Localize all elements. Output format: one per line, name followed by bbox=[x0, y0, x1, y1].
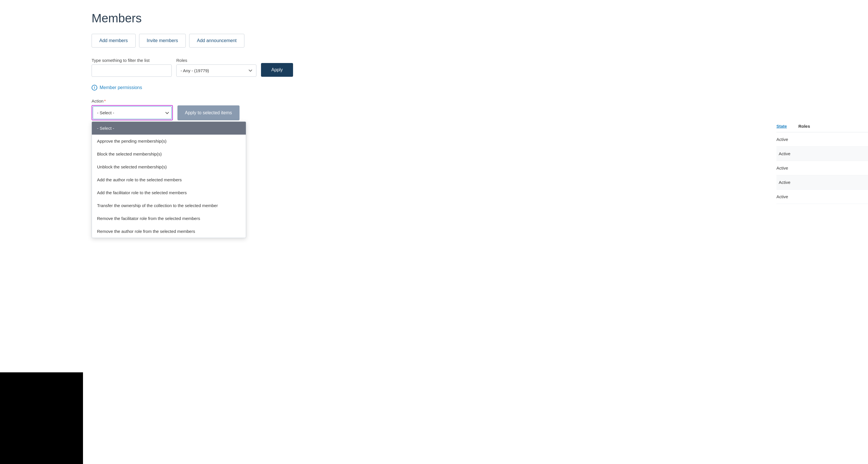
roles-select[interactable]: - Any - (19779) bbox=[176, 64, 256, 77]
members-table-area: State Roles Active Active Active Active … bbox=[776, 120, 868, 204]
member-permissions-row[interactable]: i Member permissions bbox=[92, 85, 868, 90]
page-title: Members bbox=[92, 11, 868, 25]
apply-button[interactable]: Apply bbox=[261, 63, 293, 77]
dropdown-item-remove-facilitator[interactable]: Remove the facilitator role from the sel… bbox=[92, 212, 246, 225]
table-row: Active bbox=[776, 161, 868, 175]
action-section: Action* - Select - Approve the pending m… bbox=[92, 98, 868, 120]
dropdown-item-remove-author[interactable]: Remove the author role from the selected… bbox=[92, 225, 246, 238]
dropdown-item-add-author[interactable]: Add the author role to the selected memb… bbox=[92, 173, 246, 186]
dropdown-item-unblock[interactable]: Unblock the selected membership(s) bbox=[92, 161, 246, 173]
required-star: * bbox=[104, 98, 106, 104]
dropdown-item-approve[interactable]: Approve the pending membership(s) bbox=[92, 135, 246, 147]
table-row: Active bbox=[776, 190, 868, 204]
info-icon: i bbox=[92, 85, 97, 90]
sidebar-black-area bbox=[0, 372, 83, 464]
dropdown-item-select[interactable]: - Select - bbox=[92, 122, 246, 135]
add-announcement-button[interactable]: Add announcement bbox=[189, 34, 244, 48]
table-row: Active bbox=[776, 175, 868, 190]
roles-filter-group: Roles - Any - (19779) bbox=[176, 58, 256, 77]
roles-column-header: Roles bbox=[799, 124, 810, 128]
action-select-wrapper: - Select - Approve the pending membershi… bbox=[92, 105, 173, 120]
apply-to-selected-button[interactable]: Apply to selected items bbox=[178, 106, 240, 120]
filter-input[interactable] bbox=[92, 64, 172, 77]
action-buttons-row: Add members Invite members Add announcem… bbox=[92, 34, 868, 48]
member-permissions-link[interactable]: Member permissions bbox=[100, 85, 142, 90]
add-members-button[interactable]: Add members bbox=[92, 34, 136, 48]
dropdown-item-transfer[interactable]: Transfer the ownership of the collection… bbox=[92, 199, 246, 212]
invite-members-button[interactable]: Invite members bbox=[139, 34, 186, 48]
state-column-header[interactable]: State bbox=[776, 124, 787, 128]
filter-input-group: Type something to filter the list bbox=[92, 58, 172, 77]
table-row: Active bbox=[776, 132, 868, 147]
action-dropdown-menu: - Select - Approve the pending membershi… bbox=[92, 121, 246, 238]
table-row: Active bbox=[776, 147, 868, 161]
dropdown-item-block[interactable]: Block the selected membership(s) bbox=[92, 147, 246, 161]
roles-label: Roles bbox=[176, 58, 256, 63]
action-select-group: Action* - Select - Approve the pending m… bbox=[92, 98, 173, 120]
table-header: State Roles bbox=[776, 120, 868, 132]
filter-label: Type something to filter the list bbox=[92, 58, 172, 63]
action-label: Action* bbox=[92, 98, 173, 104]
filter-section: Type something to filter the list Roles … bbox=[92, 58, 868, 77]
dropdown-item-add-facilitator[interactable]: Add the facilitator role to the selected… bbox=[92, 186, 246, 199]
action-select[interactable]: - Select - Approve the pending membershi… bbox=[93, 106, 172, 119]
